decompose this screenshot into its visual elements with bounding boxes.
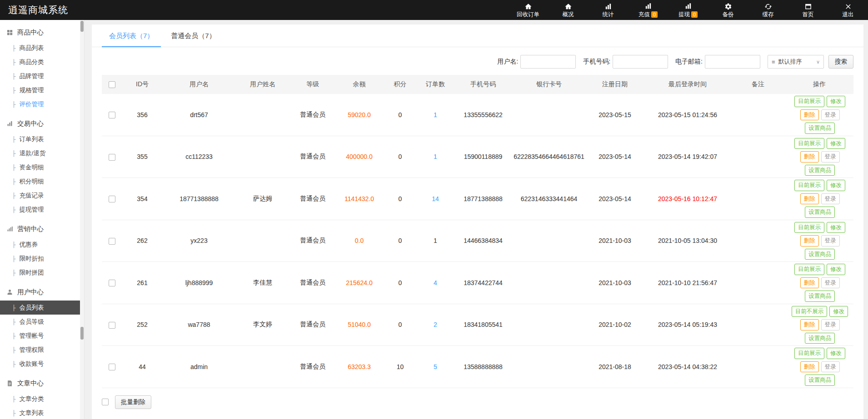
member-orders-link[interactable]: 1 (417, 220, 454, 262)
row-checkbox[interactable] (109, 322, 115, 329)
modify-button[interactable]: 修改 (827, 264, 845, 275)
set-product-button[interactable]: 设置商品 (805, 333, 835, 344)
sidebar-item-points-details[interactable]: ├积分明细 (0, 174, 84, 188)
member-orders-link[interactable]: 1 (417, 94, 454, 136)
login-button[interactable]: 登录 (821, 235, 840, 246)
nav-item-recharge[interactable]: 充值0 (628, 0, 668, 20)
row-checkbox[interactable] (109, 238, 115, 245)
login-button[interactable]: 登录 (821, 151, 840, 163)
row-checkbox[interactable] (109, 196, 115, 202)
modify-button[interactable]: 修改 (827, 222, 845, 233)
login-button[interactable]: 登录 (821, 193, 840, 205)
nav-item-logout[interactable]: 退出 (828, 0, 868, 20)
sidebar-item-brand-management[interactable]: ├品牌管理 (0, 69, 84, 83)
scrollbar-thumb[interactable] (80, 21, 84, 32)
modify-button[interactable]: 修改 (827, 180, 845, 191)
delete-button[interactable]: 删除 (800, 235, 819, 246)
set-product-button[interactable]: 设置商品 (805, 375, 835, 386)
row-checkbox[interactable] (109, 280, 115, 286)
display-status-button[interactable]: 目前展示 (794, 348, 824, 359)
member-row: 44 admin 普通会员 63203.3 10 5 13588888888 2… (102, 346, 853, 388)
delete-button[interactable]: 删除 (800, 319, 819, 330)
member-orders-link[interactable]: 14 (417, 178, 454, 220)
batch-select-checkbox[interactable] (102, 399, 109, 405)
member-points: 0 (383, 220, 417, 262)
branch-icon: ├ (12, 192, 16, 199)
member-orders-link[interactable]: 5 (417, 346, 454, 388)
display-status-button[interactable]: 目前不展示 (792, 306, 828, 317)
sidebar-item-admin-accounts[interactable]: ├管理帐号 (0, 329, 84, 343)
scrollbar-thumb[interactable] (80, 327, 84, 340)
member-actions: 目前展示 修改 删除 登录 设置商品 (785, 262, 853, 304)
sidebar-item-spec-management[interactable]: ├规格管理 (0, 83, 84, 97)
delete-button[interactable]: 删除 (800, 277, 819, 289)
login-button[interactable]: 登录 (821, 109, 840, 121)
member-row: 355 cc112233 普通会员 400000.0 0 1 159001188… (102, 136, 853, 178)
row-checkbox[interactable] (109, 154, 115, 161)
display-status-button[interactable]: 目前展示 (794, 180, 824, 191)
nav-item-withdraw[interactable]: 提现0 (668, 0, 708, 20)
login-button[interactable]: 登录 (821, 361, 840, 373)
sidebar-item-product-list[interactable]: ├商品列表 (0, 41, 84, 55)
row-checkbox[interactable] (109, 112, 115, 118)
username-input[interactable] (520, 55, 576, 69)
sidebar-item-refund-return[interactable]: ├退款/退货 (0, 146, 84, 160)
nav-item-cache[interactable]: 缓存 (748, 0, 788, 20)
member-balance: 0.0 (335, 220, 383, 262)
sidebar-item-member-levels[interactable]: ├会员等级 (0, 315, 84, 329)
email-input[interactable] (705, 55, 760, 69)
login-button[interactable]: 登录 (821, 277, 840, 289)
nav-item-home[interactable]: 首页 (788, 0, 828, 20)
member-orders-link[interactable]: 4 (417, 262, 454, 304)
nav-item-backup[interactable]: 备份 (708, 0, 748, 20)
sidebar-item-admin-permissions[interactable]: ├管理权限 (0, 343, 84, 357)
display-status-button[interactable]: 目前展示 (794, 264, 824, 275)
tab-member-list[interactable]: 会员列表（7） (102, 25, 161, 47)
login-button[interactable]: 登录 (821, 319, 840, 330)
display-status-button[interactable]: 目前展示 (794, 222, 824, 233)
sidebar-item-order-list[interactable]: ├订单列表 (0, 132, 84, 146)
nav-item-overview[interactable]: 概况 (548, 0, 588, 20)
set-product-button[interactable]: 设置商品 (805, 291, 835, 302)
sidebar-item-product-categories[interactable]: ├商品分类 (0, 55, 84, 69)
nav-item-recycle-orders[interactable]: 回收订单 (508, 0, 548, 20)
set-product-button[interactable]: 设置商品 (805, 207, 835, 218)
delete-button[interactable]: 删除 (800, 109, 819, 121)
select-all-checkbox[interactable] (109, 81, 115, 88)
sidebar-item-member-list[interactable]: ├会员列表 (0, 301, 84, 315)
sidebar-item-recharge-records[interactable]: ├充值记录 (0, 188, 84, 202)
sidebar-item-article-list[interactable]: ├文章列表 (0, 406, 84, 419)
search-button[interactable]: 搜索 (828, 55, 853, 69)
sidebar-item-review-management[interactable]: ├评价管理 (0, 97, 84, 111)
sidebar-item-coupons[interactable]: ├优惠券 (0, 237, 84, 251)
member-orders-link[interactable]: 1 (417, 136, 454, 178)
delete-button[interactable]: 删除 (800, 151, 819, 163)
sidebar-item-flash-discount[interactable]: ├限时折扣 (0, 251, 84, 266)
delete-button[interactable]: 删除 (800, 193, 819, 205)
branch-icon: ├ (12, 59, 16, 65)
modify-button[interactable]: 修改 (829, 306, 848, 317)
phone-input[interactable] (613, 55, 668, 69)
display-status-button[interactable]: 目前展示 (794, 138, 824, 149)
nav-item-stats[interactable]: 统计 (588, 0, 628, 20)
modify-button[interactable]: 修改 (827, 348, 845, 359)
modify-button[interactable]: 修改 (827, 138, 845, 149)
sidebar-item-fund-details[interactable]: ├资金明细 (0, 160, 84, 174)
display-status-button[interactable]: 目前展示 (794, 96, 824, 107)
article-center-icon (6, 380, 13, 387)
modify-button[interactable]: 修改 (827, 96, 845, 107)
set-product-button[interactable]: 设置商品 (805, 165, 835, 176)
delete-button[interactable]: 删除 (800, 361, 819, 373)
batch-delete-button[interactable]: 批量删除 (115, 395, 151, 409)
sidebar-item-group-buy[interactable]: ├限时拼团 (0, 266, 84, 280)
sidebar-scrollbar[interactable] (80, 20, 84, 419)
sidebar-item-withdraw-management[interactable]: ├提现管理 (0, 202, 84, 217)
set-product-button[interactable]: 设置商品 (805, 249, 835, 260)
tab-normal-members[interactable]: 普通会员（7） (164, 25, 223, 47)
row-checkbox[interactable] (109, 364, 115, 370)
sidebar-item-payment-accounts[interactable]: ├收款账号 (0, 357, 84, 371)
set-product-button[interactable]: 设置商品 (805, 123, 835, 134)
sort-select[interactable]: ≡ 默认排序 ∨ (768, 55, 824, 69)
sidebar-item-article-categories[interactable]: ├文章分类 (0, 392, 84, 406)
member-orders-link[interactable]: 2 (417, 304, 454, 346)
